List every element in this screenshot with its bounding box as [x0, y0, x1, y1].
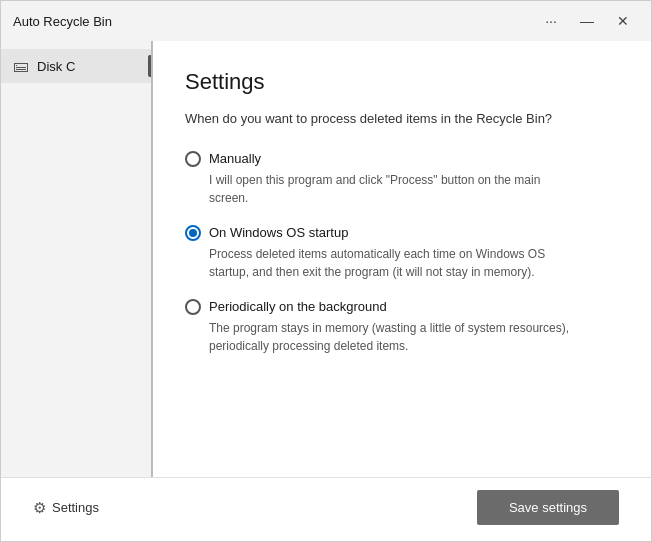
footer: ⚙ Settings Save settings [1, 477, 651, 541]
disk-icon: 🖴 [13, 57, 29, 75]
settings-icon: ⚙ [33, 499, 46, 517]
footer-settings-label: Settings [52, 500, 99, 515]
option-periodically: Periodically on the background The progr… [185, 299, 619, 355]
save-settings-button[interactable]: Save settings [477, 490, 619, 525]
sidebar-item-disk-c[interactable]: 🖴 Disk C [1, 49, 151, 83]
option-manually-label: Manually [209, 151, 261, 166]
option-on-startup-row[interactable]: On Windows OS startup [185, 225, 619, 241]
title-bar-controls: ··· — ✕ [535, 7, 639, 35]
title-bar: Auto Recycle Bin ··· — ✕ [1, 1, 651, 41]
minimize-button[interactable]: — [571, 7, 603, 35]
app-window: Auto Recycle Bin ··· — ✕ 🖴 Disk C Settin… [0, 0, 652, 542]
option-on-startup-label: On Windows OS startup [209, 225, 348, 240]
option-on-startup-radio[interactable] [185, 225, 201, 241]
settings-question: When do you want to process deleted item… [185, 109, 565, 129]
page-title: Settings [185, 69, 619, 95]
sidebar: 🖴 Disk C [1, 41, 151, 477]
option-periodically-radio[interactable] [185, 299, 201, 315]
window-title: Auto Recycle Bin [13, 14, 112, 29]
content-area: 🖴 Disk C Settings When do you want to pr… [1, 41, 651, 477]
sidebar-item-label: Disk C [37, 59, 75, 74]
option-on-startup-desc: Process deleted items automatically each… [209, 245, 579, 281]
option-manually-radio[interactable] [185, 151, 201, 167]
option-manually-row[interactable]: Manually [185, 151, 619, 167]
more-button[interactable]: ··· [535, 7, 567, 35]
close-button[interactable]: ✕ [607, 7, 639, 35]
option-on-startup: On Windows OS startup Process deleted it… [185, 225, 619, 281]
option-manually: Manually I will open this program and cl… [185, 151, 619, 207]
option-manually-desc: I will open this program and click "Proc… [209, 171, 579, 207]
main-panel: Settings When do you want to process del… [153, 41, 651, 477]
title-bar-left: Auto Recycle Bin [13, 14, 112, 29]
footer-settings-link[interactable]: ⚙ Settings [33, 499, 99, 517]
option-periodically-row[interactable]: Periodically on the background [185, 299, 619, 315]
option-periodically-desc: The program stays in memory (wasting a l… [209, 319, 579, 355]
options-list: Manually I will open this program and cl… [185, 151, 619, 458]
option-periodically-label: Periodically on the background [209, 299, 387, 314]
